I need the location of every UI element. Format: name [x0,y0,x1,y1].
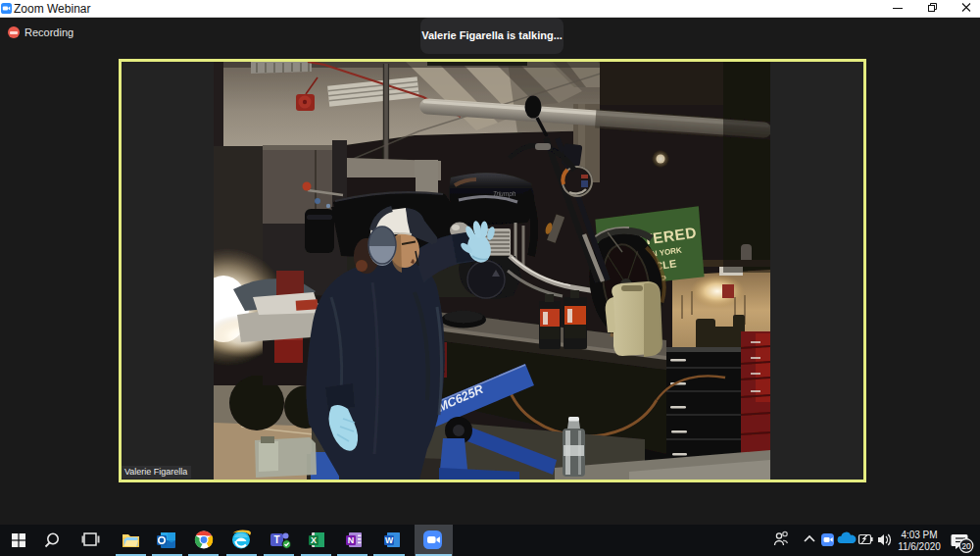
svg-text:11/6/2020: 11/6/2020 [898,541,941,552]
svg-text:4:03 PM: 4:03 PM [901,530,937,540]
svg-text:W: W [385,535,394,545]
svg-text:X: X [311,535,317,545]
svg-text:T: T [273,534,279,545]
svg-text:Triumph: Triumph [493,190,516,198]
svg-text:N: N [348,535,355,545]
svg-text:20: 20 [961,541,971,551]
